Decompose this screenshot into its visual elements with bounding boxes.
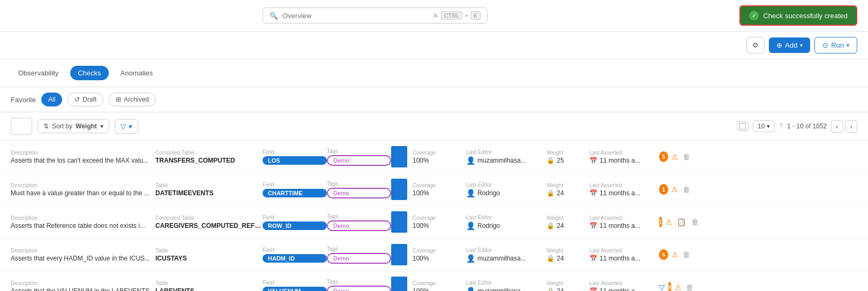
lock-icon: 🔒 <box>547 222 555 229</box>
alert-triangle-icon: ⚠ <box>671 185 678 194</box>
copy-button[interactable]: 📋 <box>676 217 687 227</box>
user-icon: 👤 <box>466 254 475 263</box>
per-page-select[interactable]: 10 ▾ <box>753 120 775 132</box>
pagination-nav: ‹ › <box>831 120 857 133</box>
alert-badge: 9 <box>668 282 671 291</box>
search-bar[interactable]: 🔍 ✕ CTRL + K <box>263 7 488 24</box>
calendar-icon: 📅 <box>589 189 597 197</box>
checkbox-empty <box>739 123 746 129</box>
calendar-icon: 📅 <box>589 287 597 292</box>
alert-triangle-icon: ⚠ <box>675 283 682 291</box>
coverage-cell: Coverage 100% <box>413 150 466 164</box>
weight-cell: Weight 🔒 24 <box>547 280 589 292</box>
coverage-cell: Coverage 100% <box>413 280 466 292</box>
tags-cell: Tags Demo <box>327 246 391 264</box>
pagination-info: 1 - 10 of 1052 <box>787 122 827 130</box>
lock-icon: 🔒 <box>547 157 555 164</box>
top-bar: 🔍 ✕ CTRL + K ✓ Check successfully create… <box>0 0 868 32</box>
delete-button[interactable]: 🗑 <box>682 184 691 195</box>
filter-draft[interactable]: ↺ Draft <box>68 93 103 106</box>
coverage-cell: Coverage 100% <box>413 248 466 262</box>
nav-tabs: Observability Checks Anomalies <box>0 59 868 87</box>
table-cell: Table ICUSTAYS <box>155 248 263 262</box>
alert-triangle-icon: ⚠ <box>671 250 678 259</box>
table-body: Description Asserts that the los can't e… <box>0 141 868 291</box>
archive-icon: ⊞ <box>116 96 121 103</box>
editor-cell: Last Editor 👤 Rodrigo <box>466 215 547 230</box>
toolbar-right: 10 ▾ ? 1 - 10 of 1052 ‹ › <box>737 120 857 133</box>
field-cell: Field LOS <box>263 149 327 165</box>
weight-cell: Weight 🔒 24 <box>547 182 589 197</box>
table-row: Description Asserts that Reference table… <box>0 206 868 239</box>
check-icon: ✓ <box>749 11 759 20</box>
coverage-cell: Coverage 100% <box>413 182 466 197</box>
coverage-cell: Coverage 100% <box>413 215 466 229</box>
lock-icon: 🔒 <box>547 189 555 197</box>
plus-icon: ⊕ <box>776 41 782 49</box>
favorite-label: Favorite <box>11 96 36 104</box>
table-row: Description Asserts that every HADM_ID v… <box>0 239 868 271</box>
row-actions: ▽ 9 ⚠ 🗑 <box>659 282 691 291</box>
filter-active-icon: ▽ <box>659 283 665 291</box>
description-cell: Description Asserts that every HADM_ID v… <box>11 248 155 262</box>
delete-button[interactable]: 🗑 <box>690 217 700 227</box>
last-asserted-cell: Last Asserted 📅 11 months a... <box>589 182 659 197</box>
run-button[interactable]: ⊙ Run ▾ <box>814 37 857 53</box>
filter-icon: ▽ <box>121 122 126 131</box>
field-cell: Field VALUENUM <box>263 280 327 292</box>
description-cell: Description Must have a value greater th… <box>11 182 155 197</box>
user-icon: 👤 <box>466 189 475 197</box>
bar-cell <box>391 146 413 167</box>
chevron-down-icon: ▾ <box>129 122 132 131</box>
help-icon: ? <box>779 122 783 130</box>
sort-control[interactable]: ⇅ Sort by Weight ▾ <box>38 119 109 133</box>
user-icon: 👤 <box>466 221 475 230</box>
tags-cell: Tags Demo <box>327 279 391 292</box>
delete-button[interactable]: 🗑 <box>682 249 691 260</box>
last-asserted-cell: Last Asserted 📅 11 months a... <box>589 280 659 292</box>
delete-button[interactable]: 🗑 <box>685 282 694 291</box>
success-toast: ✓ Check successfully created <box>739 5 857 26</box>
next-page-button[interactable]: › <box>845 120 857 133</box>
prev-page-button[interactable]: ‹ <box>831 120 843 133</box>
filter-archived[interactable]: ⊞ Archived <box>109 93 156 106</box>
filter-control[interactable]: ▽ ▾ <box>115 119 138 134</box>
tab-observability[interactable]: Observability <box>11 66 66 80</box>
chevron-down-icon: ▾ <box>847 42 849 48</box>
field-cell: Field CHARTTIME <box>263 182 327 197</box>
bar-cell <box>391 211 413 233</box>
sort-icon: ⇅ <box>43 122 49 130</box>
editor-cell: Last Editor 👤 muzammilhasa... <box>466 149 547 165</box>
tags-cell: Tags Demo <box>327 181 391 198</box>
row-actions: 1 ⚠ 🗑 <box>659 184 691 195</box>
row-actions: 5 ⚠ 🗑 <box>659 151 691 162</box>
chevron-down-icon: ▾ <box>800 42 803 48</box>
field-cell: Field HADM_ID <box>263 247 327 263</box>
play-icon: ⊙ <box>822 41 828 49</box>
tab-checks[interactable]: Checks <box>70 66 108 80</box>
search-input[interactable] <box>282 12 428 20</box>
weight-cell: Weight 🔒 24 <box>547 248 589 262</box>
data-table: Description Asserts that the los can't e… <box>0 141 868 291</box>
toolbar-left: ⇅ Sort by Weight ▾ ▽ ▾ <box>11 118 138 135</box>
lock-icon: 🔒 <box>547 255 555 262</box>
alert-badge: 6 <box>659 249 668 260</box>
weight-cell: Weight 🔒 25 <box>547 150 589 164</box>
description-cell: Description Asserts that the VALUENUM in… <box>11 280 155 292</box>
add-button[interactable]: ⊕ Add ▾ <box>769 37 810 53</box>
editor-cell: Last Editor 👤 muzammilhasa... <box>466 280 547 292</box>
last-asserted-cell: Last Asserted 📅 11 months a... <box>589 215 659 229</box>
search-icon: 🔍 <box>270 12 278 20</box>
filter-all[interactable]: All <box>41 93 62 106</box>
toolbar: ⇅ Sort by Weight ▾ ▽ ▾ 10 ▾ ? 1 - 10 of … <box>0 112 868 141</box>
alert-triangle-icon: ⚠ <box>671 152 678 161</box>
table-cell: Table DATETIMEEVENTS <box>155 182 263 197</box>
lock-icon: 🔒 <box>547 287 555 292</box>
draft-icon: ↺ <box>74 96 80 103</box>
bar-cell <box>391 244 413 265</box>
tags-cell: Tags Demo <box>327 148 391 166</box>
delete-button[interactable]: 🗑 <box>682 151 691 162</box>
tab-anomalies[interactable]: Anomalies <box>113 66 161 80</box>
settings-button[interactable]: ⚙ <box>746 37 765 53</box>
row-actions: 1 ⚠ 📋 🗑 <box>659 217 691 227</box>
